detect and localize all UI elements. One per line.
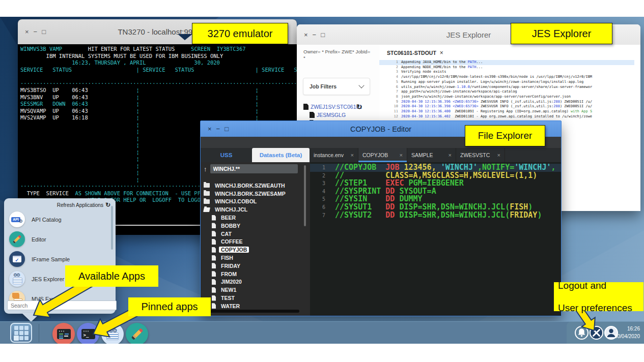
tree-vertical-scrollbar[interactable] [304,165,306,226]
editor-file-tab[interactable]: ZWESVSTC × [456,148,505,162]
spool-file-icon [310,112,315,118]
pinned-app-icon [57,329,71,339]
dataset-tree-item[interactable]: WINCHJ.BORK.SZWESAMP [204,190,303,198]
dataset-filter-input[interactable] [210,164,298,173]
file-icon [212,287,216,293]
jes-job-node[interactable]: ZWEJ1SV:STC06101 [303,103,362,111]
launcher-app-item[interactable]: Editor [9,229,70,249]
dataset-tree-item[interactable]: WINCHJ.COBOL [204,198,303,206]
callout-label-jes-explorer: JES Explorer [511,23,612,44]
launcher-app-item[interactable]: IFrame Sample [9,249,70,269]
pinned-app-icon [131,328,143,340]
editor-file-tab[interactable]: instance.env × [310,148,358,162]
dataset-tree-item[interactable]: COPYJOB [211,246,303,254]
file-icon [212,295,216,301]
up-directory-icon[interactable]: ↑ [204,165,207,173]
file-icon [212,231,216,236]
callout-label-available-apps: Available Apps [65,265,158,287]
pinned-app-button[interactable] [52,323,75,344]
dataset-tree-item[interactable]: TEST [211,294,303,302]
folder-icon [203,207,210,212]
dataset-tree-item[interactable]: BEER [211,214,303,222]
taskbar: 16:26 30/04/2020 [0,321,644,344]
refresh-icon: ↻ [105,201,110,208]
pinned-app-button[interactable] [101,323,124,344]
notifications-bell-icon[interactable] [574,325,589,340]
file-icon [212,279,216,285]
dataset-tree-item[interactable]: NEW1 [211,286,303,294]
code-editor-area[interactable]: 1//COPYJOB JOB 123456, 'WINCHJ',NOTIFY='… [310,162,561,316]
editor-file-tab[interactable]: SAMPLE × [407,148,456,162]
dataset-tree-item[interactable]: FROM [211,270,303,278]
settings-tools-icon[interactable] [589,325,604,340]
refresh-job-icon[interactable]: ↻ [356,103,362,111]
system-tray: 16:26 30/04/2020 [567,322,644,344]
close-tab-icon[interactable]: × [400,152,403,158]
file-icon [212,303,216,309]
app-icon [9,231,25,247]
launcher-app-item[interactable]: API Catalog [9,209,70,229]
dataset-tree-item[interactable]: JIM2020 [211,278,303,286]
callout-label-emulator: 3270 emulator [192,23,288,44]
editor-window: × − □ COPYJOB - Editor USS Datasets (Bet… [200,120,562,316]
chevron-down-icon [358,82,364,88]
file-icon [212,255,216,261]
dataset-tree-panel: ↑ WINCHJ.BORK.SZWEAUTH WINCHJ.BORK.SZWES… [201,162,310,316]
app-grid-icon [14,326,29,340]
tab-uss[interactable]: USS [201,148,252,162]
launcher-scrollbar[interactable] [111,206,113,250]
folder-icon [204,191,210,196]
pinned-apps [52,323,148,344]
app-search-input[interactable] [7,300,117,310]
dataset-tree-item[interactable]: COFFEE [211,238,303,246]
jes-output-tab[interactable]: STC06101-STDOUT × [387,49,443,56]
editor-tabs-row: USS Datasets (Beta) instance.env × COPYJ… [201,148,561,162]
pinned-app-icon [105,327,120,341]
zowe-desktop: × − □ TN3270 - localhost:992 WINMVS3B VA… [0,17,644,344]
dataset-tree: WINCHJ.BORK.SZWEAUTH WINCHJ.BORK.SZWESAM… [204,182,303,310]
pinned-app-button[interactable] [77,323,99,344]
dataset-tree-item[interactable]: WINCHJ.BORK.SZWEAUTH [204,182,303,190]
app-icon [9,212,25,227]
tab-datasets[interactable]: Datasets (Beta) [252,148,310,162]
taskbar-clock: 16:26 30/04/2020 [614,325,640,340]
app-icon [9,271,25,287]
taskbar-divider [39,324,39,342]
app-launcher-popup: Refresh Applications ↻ API Catalog Edito… [4,198,116,314]
file-icon [212,223,216,228]
jes-spool-file[interactable]: JESMSGLG [310,111,362,119]
folder-icon [204,183,210,188]
tree-horizontal-scrollbar[interactable] [203,310,299,313]
file-icon [212,271,216,277]
dataset-tree-item[interactable]: FRIDAY [211,262,303,270]
callout-label-pinned-apps: Pinned apps [128,297,211,316]
folder-icon [204,199,210,204]
file-icon [212,247,216,253]
jes-log-view: 1Appending JAVA_HOME/bin to the PATH...2… [379,60,634,119]
launcher-app-item[interactable]: JES Explorer [9,269,70,289]
callout-label-file-explorer: File Explorer [465,125,545,146]
pinned-app-button[interactable] [126,323,148,344]
file-icon [212,215,216,221]
editor-file-tab[interactable]: COPYJOB × [358,148,407,162]
app-list: API Catalog Editor IFrame Sample JES Exp… [9,209,70,309]
dataset-tree-item[interactable]: WINCHJ.JCL [204,205,303,214]
job-filters-dropdown[interactable]: Job Filters [303,78,370,95]
close-tab-icon[interactable]: × [449,152,452,158]
slide-canvas: × − □ TN3270 - localhost:992 WINMVS3B VA… [0,0,644,362]
refresh-applications-button[interactable]: Refresh Applications ↻ [57,201,110,208]
close-tab-icon[interactable]: × [497,152,500,158]
dataset-tree-item[interactable]: BOBBY [211,222,303,230]
app-icon [9,251,25,267]
start-menu-button[interactable] [10,323,32,343]
file-icon [212,239,216,245]
callout-label-logout: Logout and User preferences [554,282,643,311]
dataset-tree-item[interactable]: WATER [211,302,303,310]
close-tab-icon[interactable]: × [440,49,443,56]
dataset-tree-item[interactable]: FISH [211,254,303,262]
dataset-tree-item[interactable]: CAT [211,230,303,238]
close-tab-icon[interactable]: × [351,152,354,158]
launcher-pointer [21,313,41,322]
pinned-app-icon [81,329,95,339]
job-output-icon [303,104,309,110]
